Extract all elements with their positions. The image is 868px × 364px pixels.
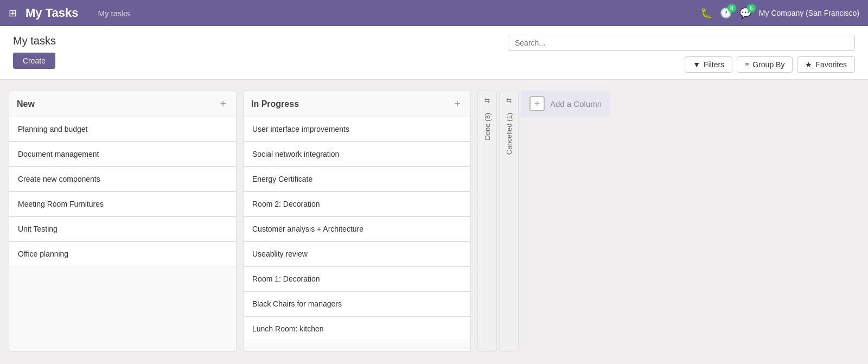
filters-button[interactable]: ▼ Filters [685, 56, 732, 73]
cards-new: Planning and budget Document management … [9, 117, 236, 266]
star-icon: ★ [805, 60, 812, 69]
grid-icon[interactable]: ⊞ [9, 7, 17, 19]
list-item[interactable]: Unit Testing [9, 216, 236, 241]
column-header-new: New + [9, 91, 236, 117]
header-left: My tasks Create [13, 35, 56, 69]
list-item[interactable]: Black Chairs for managers [244, 291, 470, 316]
search-area: ▼ Filters ≡ Group By ★ Favorites [508, 35, 855, 73]
add-column-plus-icon: + [529, 96, 545, 111]
column-new: New + Planning and budget Document manag… [9, 91, 237, 352]
group-by-label: Group By [752, 60, 784, 69]
list-item[interactable]: Office planning [9, 241, 236, 266]
group-by-icon: ≡ [745, 60, 749, 69]
list-item[interactable]: Energy Certificate [244, 167, 470, 191]
search-input[interactable] [508, 35, 855, 51]
column-title-done: Done (3) [483, 113, 492, 141]
list-item[interactable]: Room 1: Decoration [244, 266, 470, 291]
notifications-badge: 8 [727, 4, 736, 12]
topnav: ⊞ My Tasks My tasks 🐛 🕐 8 💬 5 My Company… [0, 0, 868, 26]
company-name: My Company (San Francisco) [759, 9, 859, 17]
list-item[interactable]: Customer analysis + Architecture [244, 216, 470, 241]
done-expand-arrow: ⇆ [484, 97, 490, 104]
add-column-label: Add a Column [550, 99, 602, 108]
breadcrumb: My tasks [98, 9, 130, 18]
list-item[interactable]: Useablity review [244, 241, 470, 266]
column-done-folded[interactable]: ⇆ Done (3) [477, 91, 497, 352]
list-item[interactable]: Planning and budget [9, 117, 236, 142]
messages-icon[interactable]: 💬 5 [739, 7, 751, 19]
column-add-in-progress[interactable]: + [452, 98, 463, 110]
list-item[interactable]: Room 2: Decoration [244, 191, 470, 216]
list-item[interactable]: Meeting Room Furnitures [9, 191, 236, 216]
group-by-button[interactable]: ≡ Group By [737, 56, 793, 73]
notifications-icon[interactable]: 🕐 8 [720, 7, 732, 19]
app-title: My Tasks [25, 6, 78, 20]
column-title-cancelled: Cancelled (1) [505, 113, 513, 155]
add-column-button[interactable]: + Add a Column [521, 91, 610, 117]
list-item[interactable]: Social network integration [244, 142, 470, 167]
cards-in-progress: User interface improvements Social netwo… [244, 117, 470, 341]
list-item[interactable]: User interface improvements [244, 117, 470, 142]
column-title-in-progress: In Progress [251, 99, 299, 109]
filters-label: Filters [704, 60, 724, 69]
column-header-in-progress: In Progress + [244, 91, 470, 117]
list-item[interactable]: Lunch Room: kitchen [244, 316, 470, 341]
cancelled-expand-arrow: ⇆ [506, 97, 512, 104]
create-button[interactable]: Create [13, 53, 55, 69]
filter-row: ▼ Filters ≡ Group By ★ Favorites [685, 56, 855, 73]
add-column-area: + Add a Column [521, 91, 629, 352]
page-header: My tasks Create ▼ Filters ≡ Group By ★ F… [0, 26, 868, 80]
column-title-new: New [17, 99, 35, 109]
filter-icon: ▼ [693, 60, 700, 69]
column-cancelled-folded[interactable]: ⇆ Cancelled (1) [499, 91, 519, 352]
topnav-right: 🐛 🕐 8 💬 5 My Company (San Francisco) [700, 7, 859, 19]
kanban-board: New + Planning and budget Document manag… [0, 80, 868, 362]
favorites-label: Favorites [815, 60, 847, 69]
bug-icon[interactable]: 🐛 [700, 7, 712, 19]
page-title: My tasks [13, 35, 56, 47]
favorites-button[interactable]: ★ Favorites [797, 56, 855, 73]
messages-badge: 5 [747, 4, 756, 12]
column-add-new[interactable]: + [218, 98, 228, 110]
column-in-progress: In Progress + User interface improvement… [243, 91, 471, 352]
list-item[interactable]: Create new components [9, 167, 236, 191]
list-item[interactable]: Document management [9, 142, 236, 167]
